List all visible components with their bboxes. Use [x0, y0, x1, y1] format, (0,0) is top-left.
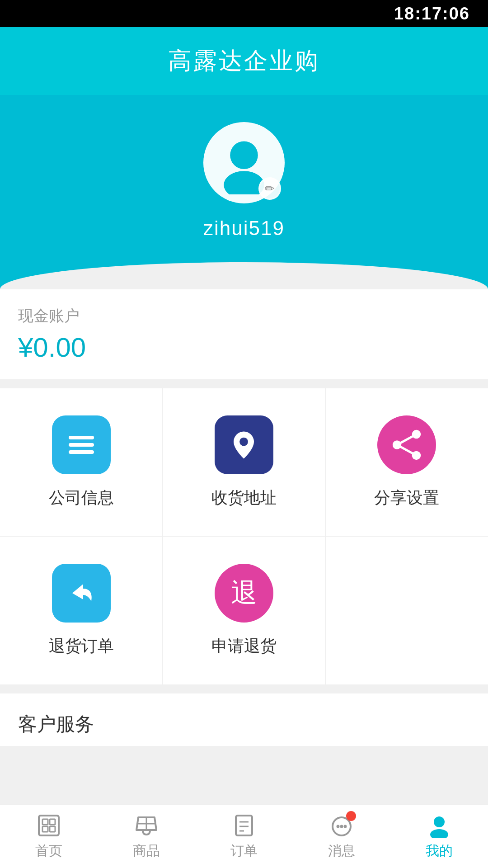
header: 高露达企业购 ✏ zihui519	[0, 27, 488, 289]
nav-item-products[interactable]: 商品	[98, 805, 195, 868]
shipping-address-icon	[215, 415, 273, 474]
location-icon	[227, 428, 261, 462]
shipping-address-label: 收货地址	[211, 487, 277, 509]
company-info-label: 公司信息	[49, 487, 114, 509]
svg-point-26	[434, 816, 445, 827]
return-orders-icon	[52, 564, 111, 623]
grid-item-shipping-address[interactable]: 收货地址	[163, 388, 325, 536]
cash-section: 现金账户 ¥0.00	[0, 289, 488, 379]
products-icon	[134, 813, 159, 838]
svg-rect-2	[69, 436, 94, 439]
orders-nav-icon	[231, 813, 257, 838]
avatar-container[interactable]: ✏	[203, 122, 285, 203]
orders-icon	[231, 813, 257, 838]
svg-rect-18	[236, 816, 252, 835]
svg-point-27	[430, 829, 448, 838]
home-nav-icon	[36, 813, 61, 838]
username: zihui519	[203, 217, 285, 240]
home-nav-label: 首页	[35, 842, 62, 860]
svg-rect-15	[50, 826, 55, 832]
svg-point-0	[230, 141, 258, 169]
avatar-edit-badge[interactable]: ✏	[258, 177, 281, 200]
header-wave: 高露达企业购	[0, 27, 488, 95]
share-settings-label: 分享设置	[374, 487, 439, 509]
products-nav-label: 商品	[133, 842, 160, 860]
svg-point-6	[412, 430, 421, 439]
nav-item-orders[interactable]: 订单	[195, 805, 293, 868]
svg-point-25	[344, 825, 347, 828]
nav-item-messages[interactable]: 消息	[293, 805, 390, 868]
apply-return-label: 申请退货	[211, 635, 277, 657]
grid-item-apply-return[interactable]: 退 申请退货	[163, 537, 325, 684]
svg-point-23	[337, 825, 340, 828]
svg-rect-4	[69, 450, 94, 454]
svg-point-5	[240, 437, 249, 446]
grid-item-empty	[326, 537, 488, 684]
svg-point-8	[412, 451, 421, 460]
return-text-icon: 退	[231, 576, 257, 611]
nav-item-mine[interactable]: 我的	[390, 805, 488, 868]
svg-rect-3	[69, 443, 94, 447]
mine-icon	[427, 813, 452, 838]
customer-service-section: 客户服务	[0, 693, 488, 746]
svg-rect-14	[42, 826, 48, 832]
home-icon	[36, 813, 61, 838]
bottom-nav: 首页 商品 订单	[0, 805, 488, 868]
grid-item-share-settings[interactable]: 分享设置	[326, 388, 488, 536]
messages-badge	[346, 811, 356, 821]
grid-row-1: 公司信息 收货地址 分享设置	[0, 388, 488, 537]
profile-area: ✏ zihui519	[0, 95, 488, 267]
messages-nav-label: 消息	[328, 842, 355, 860]
orders-nav-label: 订单	[230, 842, 258, 860]
mine-nav-icon	[427, 813, 452, 838]
share-icon	[389, 427, 424, 462]
return-orders-label: 退货订单	[49, 635, 114, 657]
company-info-icon	[52, 415, 111, 474]
messages-nav-icon	[329, 813, 354, 838]
cash-label: 现金账户	[18, 306, 470, 326]
svg-rect-13	[50, 819, 55, 825]
svg-rect-12	[42, 819, 48, 825]
list-icon	[63, 427, 99, 463]
status-time: 18:17:06	[394, 4, 470, 24]
svg-line-9	[397, 434, 417, 445]
svg-rect-11	[39, 816, 59, 835]
divider-1	[0, 379, 488, 388]
svg-point-1	[224, 171, 264, 194]
share-settings-icon	[377, 415, 436, 474]
cash-amount: ¥0.00	[18, 332, 470, 363]
svg-point-24	[340, 825, 343, 828]
svg-line-10	[397, 445, 417, 455]
apply-return-icon: 退	[215, 564, 273, 623]
grid-item-return-orders[interactable]: 退货订单	[0, 537, 163, 684]
header-title: 高露达企业购	[0, 45, 488, 95]
divider-2	[0, 684, 488, 693]
grid-row-2: 退货订单 退 申请退货	[0, 537, 488, 684]
customer-service-title: 客户服务	[18, 712, 470, 737]
svg-point-7	[393, 440, 402, 449]
edit-icon: ✏	[265, 182, 275, 196]
products-nav-icon	[134, 813, 159, 838]
status-bar: 18:17:06	[0, 0, 488, 27]
nav-item-home[interactable]: 首页	[0, 805, 98, 868]
mine-nav-label: 我的	[426, 842, 453, 860]
grid-item-company-info[interactable]: 公司信息	[0, 388, 163, 536]
return-icon	[63, 575, 99, 611]
grid-menu: 公司信息 收货地址 分享设置	[0, 388, 488, 684]
